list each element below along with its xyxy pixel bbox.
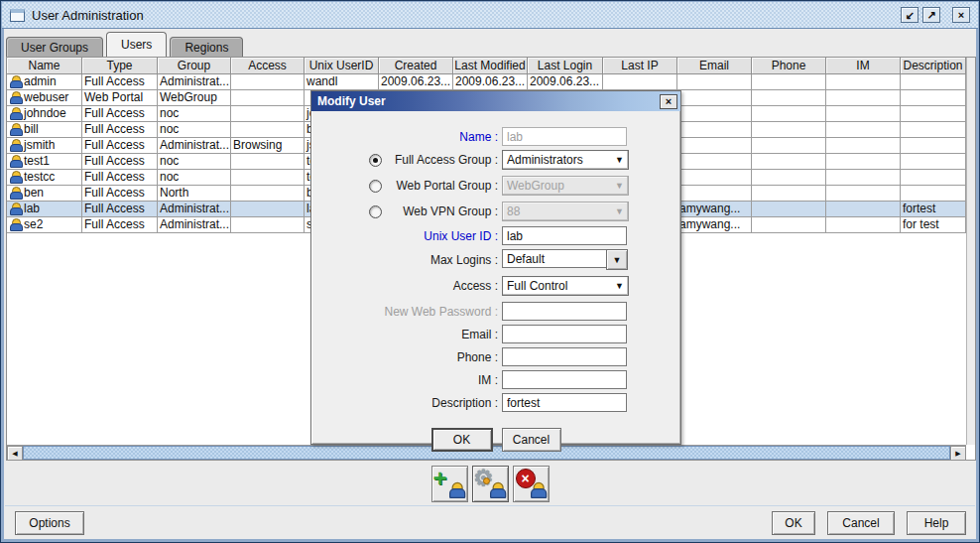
cell-name: bill — [7, 122, 82, 138]
dialog-titlebar[interactable]: Modify User × — [311, 91, 680, 111]
cell-description: fortest — [901, 202, 966, 217]
im-field[interactable] — [502, 370, 627, 389]
window-icon — [10, 9, 25, 22]
window-title: User Administration — [32, 8, 144, 23]
cell-phone — [752, 122, 826, 138]
cell-description — [901, 170, 966, 186]
access-select[interactable]: Full Control ▼ — [502, 276, 629, 296]
unix-user-id-field[interactable] — [502, 226, 627, 245]
user-icon — [9, 187, 22, 200]
column-header-unix-userid[interactable]: Unix UserID — [305, 58, 379, 74]
new-web-password-label: New Web Password : — [311, 305, 502, 319]
phone-label: Phone : — [311, 350, 502, 364]
chevron-down-icon[interactable]: ▼ — [606, 249, 628, 270]
scroll-right-icon[interactable]: ▶ — [950, 446, 966, 461]
cell-im — [826, 138, 901, 154]
user-administration-window: User Administration ↙ ↗ × User Groups Us… — [0, 0, 980, 543]
cell-description — [901, 106, 966, 122]
web-portal-group-radio[interactable] — [369, 180, 382, 193]
cell-email: amywang... — [677, 202, 752, 217]
cell-group: noc — [158, 154, 231, 170]
cell-phone — [752, 74, 826, 90]
chevron-down-icon: ▼ — [613, 281, 624, 291]
name-label: Name : — [311, 130, 502, 144]
tab-regions[interactable]: Regions — [170, 37, 243, 57]
dialog-close-icon[interactable]: × — [660, 94, 677, 109]
email-label: Email : — [311, 328, 502, 341]
cell-description — [901, 186, 966, 202]
web-vpn-group-select[interactable]: 88 ▼ — [502, 202, 629, 221]
user-icon — [447, 482, 463, 498]
cell-last_ip — [603, 74, 677, 90]
cell-description — [901, 74, 966, 90]
user-icon — [488, 482, 504, 498]
add-user-button[interactable]: + — [431, 466, 468, 502]
full-access-group-select[interactable]: Administrators ▼ — [502, 150, 629, 170]
im-label: IM : — [311, 373, 502, 387]
name-field[interactable] — [502, 127, 627, 146]
dialog-ok-button[interactable]: OK — [431, 428, 493, 452]
email-field[interactable] — [502, 325, 627, 343]
cell-name: lab — [7, 202, 82, 217]
column-header-last-modified[interactable]: Last Modified — [453, 58, 528, 74]
full-access-group-radio[interactable] — [369, 154, 382, 167]
cell-unix_userid: wandl — [305, 74, 379, 90]
cell-phone — [752, 154, 826, 170]
cell-email — [677, 106, 752, 122]
cell-name: se2 — [7, 217, 82, 233]
column-header-last-ip[interactable]: Last IP — [603, 58, 677, 74]
description-field[interactable] — [502, 393, 627, 412]
cell-group: noc — [158, 122, 231, 138]
max-logins-field[interactable] — [502, 249, 607, 268]
user-icon — [9, 91, 22, 104]
ok-button[interactable]: OK — [772, 511, 815, 535]
column-header-type[interactable]: Type — [82, 58, 158, 74]
column-header-email[interactable]: Email — [677, 58, 752, 74]
tab-users[interactable]: Users — [106, 32, 167, 57]
cell-access: Browsing — [231, 138, 305, 154]
column-header-last-login[interactable]: Last Login — [528, 58, 603, 74]
table-row[interactable]: adminFull AccessAdministrat...wandl2009.… — [7, 74, 966, 90]
cell-type: Full Access — [82, 217, 158, 233]
cell-access — [231, 202, 305, 217]
close-icon[interactable]: × — [952, 7, 970, 23]
phone-field[interactable] — [502, 347, 627, 366]
dialog-cancel-button[interactable]: Cancel — [502, 428, 561, 452]
cell-im — [826, 122, 901, 138]
cell-type: Full Access — [82, 170, 158, 186]
column-header-phone[interactable]: Phone — [752, 58, 826, 74]
user-icon — [9, 155, 22, 168]
cell-email — [677, 170, 752, 186]
cell-last_modified: 2009.06.23... — [453, 74, 528, 90]
web-portal-group-select[interactable]: WebGroup ▼ — [502, 176, 629, 196]
column-header-description[interactable]: Description — [901, 58, 966, 74]
delete-user-button[interactable]: × — [513, 466, 550, 502]
cell-type: Full Access — [82, 186, 158, 202]
cell-group: Administrat... — [158, 138, 231, 154]
options-button[interactable]: Options — [15, 511, 84, 535]
access-label: Access : — [311, 279, 502, 293]
column-header-name[interactable]: Name — [7, 58, 82, 74]
vertical-scrollbar-track[interactable] — [966, 58, 975, 445]
minimize-icon[interactable]: ↙ — [901, 7, 919, 23]
web-vpn-group-label: Web VPN Group : — [311, 204, 502, 218]
cancel-button[interactable]: Cancel — [827, 511, 895, 535]
new-web-password-field[interactable] — [502, 302, 627, 321]
user-icon — [529, 482, 545, 498]
maximize-icon[interactable]: ↗ — [922, 7, 940, 23]
modify-user-button[interactable]: ⚙ — [472, 466, 509, 502]
web-vpn-group-radio[interactable] — [369, 205, 382, 218]
window-titlebar[interactable]: User Administration ↙ ↗ × — [2, 2, 978, 29]
help-button[interactable]: Help — [907, 511, 966, 535]
column-header-created[interactable]: Created — [379, 58, 453, 74]
max-logins-select[interactable]: ▼ — [502, 249, 629, 270]
column-header-group[interactable]: Group — [158, 58, 231, 74]
tab-user-groups[interactable]: User Groups — [6, 37, 103, 57]
column-header-access[interactable]: Access — [231, 58, 305, 74]
cell-group: Administrat... — [158, 202, 231, 217]
footer-bar: Options OK Cancel Help — [5, 505, 975, 538]
scroll-left-icon[interactable]: ◀ — [7, 446, 23, 461]
users-table-header: NameTypeGroupAccessUnix UserIDCreatedLas… — [7, 58, 966, 74]
column-header-im[interactable]: IM — [826, 58, 901, 74]
cell-access — [231, 74, 305, 90]
